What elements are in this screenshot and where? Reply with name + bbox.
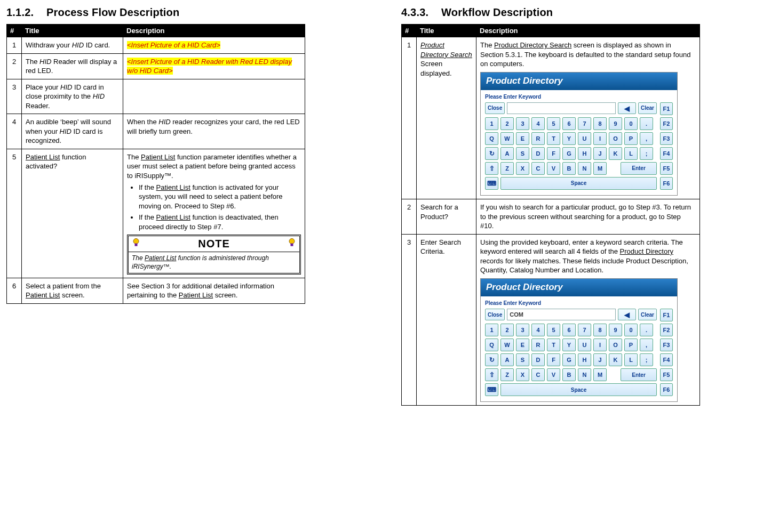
key-e[interactable]: E — [516, 132, 529, 145]
fkey-f6[interactable]: F6 — [660, 383, 673, 396]
enter-button[interactable]: Enter — [621, 368, 657, 381]
key-7[interactable]: 7 — [578, 324, 591, 336]
key-q[interactable]: Q — [485, 338, 498, 351]
key-m[interactable]: M — [593, 162, 607, 175]
refresh-key[interactable]: ↻ — [485, 147, 498, 160]
key-5[interactable]: 5 — [547, 324, 560, 336]
key-d[interactable]: D — [531, 147, 545, 160]
key-3[interactable]: 3 — [516, 324, 529, 336]
key-3[interactable]: 3 — [516, 117, 529, 130]
key-;[interactable]: ; — [640, 147, 653, 160]
fkey-f2[interactable]: F2 — [660, 324, 673, 336]
key-q[interactable]: Q — [485, 132, 498, 145]
backspace-button[interactable]: ◀ — [618, 102, 636, 114]
fkey-f5[interactable]: F5 — [660, 162, 673, 175]
key-r[interactable]: R — [531, 338, 545, 351]
fkey-f3[interactable]: F3 — [660, 338, 673, 351]
key-x[interactable]: X — [516, 162, 529, 175]
fkey-f4[interactable]: F4 — [660, 353, 673, 366]
key-o[interactable]: O — [609, 132, 622, 145]
fkey-f2[interactable]: F2 — [660, 117, 673, 130]
key-i[interactable]: I — [593, 338, 607, 351]
key-c[interactable]: C — [531, 162, 545, 175]
key-b[interactable]: B — [562, 368, 576, 381]
key-r[interactable]: R — [531, 132, 545, 145]
key-o[interactable]: O — [609, 338, 622, 351]
key-v[interactable]: V — [547, 368, 560, 381]
key-;[interactable]: ; — [640, 353, 653, 366]
key-1[interactable]: 1 — [485, 324, 498, 336]
key-a[interactable]: A — [500, 353, 514, 366]
fkey-f3[interactable]: F3 — [660, 132, 673, 145]
key-h[interactable]: H — [578, 147, 591, 160]
key-k[interactable]: K — [609, 353, 622, 366]
key-w[interactable]: W — [500, 132, 514, 145]
key-v[interactable]: V — [547, 162, 560, 175]
key-y[interactable]: Y — [562, 132, 576, 145]
key-0[interactable]: 0 — [624, 117, 638, 130]
key-b[interactable]: B — [562, 162, 576, 175]
key-l[interactable]: L — [624, 353, 638, 366]
keyword-input[interactable] — [507, 102, 616, 114]
keyword-input[interactable] — [507, 309, 616, 320]
clear-button[interactable]: Clear — [638, 309, 657, 320]
key-5[interactable]: 5 — [547, 117, 560, 130]
key-n[interactable]: N — [578, 368, 591, 381]
key-j[interactable]: J — [593, 353, 607, 366]
key-f[interactable]: F — [547, 353, 560, 366]
key-s[interactable]: S — [516, 147, 529, 160]
key-c[interactable]: C — [531, 368, 545, 381]
clear-button[interactable]: Clear — [638, 102, 657, 114]
fkey-f5[interactable]: F5 — [660, 368, 673, 381]
key-t[interactable]: T — [547, 338, 560, 351]
key-2[interactable]: 2 — [500, 324, 514, 336]
key-,[interactable]: , — [640, 338, 653, 351]
enter-button[interactable]: Enter — [621, 162, 657, 175]
fkey-f1[interactable]: F1 — [660, 102, 673, 115]
key-n[interactable]: N — [578, 162, 591, 175]
key-w[interactable]: W — [500, 338, 514, 351]
fkey-f1[interactable]: F1 — [660, 309, 673, 321]
key-g[interactable]: G — [562, 353, 576, 366]
key-0[interactable]: 0 — [624, 324, 638, 336]
key-s[interactable]: S — [516, 353, 529, 366]
key-9[interactable]: 9 — [609, 324, 622, 336]
key-z[interactable]: Z — [500, 162, 514, 175]
key-k[interactable]: K — [609, 147, 622, 160]
close-button[interactable]: Close — [485, 309, 505, 320]
key-4[interactable]: 4 — [531, 117, 545, 130]
key-6[interactable]: 6 — [562, 324, 576, 336]
key-u[interactable]: U — [578, 132, 591, 145]
key-i[interactable]: I — [593, 132, 607, 145]
key-,[interactable]: , — [640, 132, 653, 145]
key-.[interactable]: . — [640, 324, 653, 336]
key-e[interactable]: E — [516, 338, 529, 351]
key-6[interactable]: 6 — [562, 117, 576, 130]
shift-key[interactable]: ⇧ — [485, 368, 498, 381]
space-button[interactable]: Space — [500, 383, 657, 396]
key-x[interactable]: X — [516, 368, 529, 381]
keyboard-icon[interactable]: ⌨ — [485, 383, 498, 396]
key-8[interactable]: 8 — [593, 324, 607, 336]
key-u[interactable]: U — [578, 338, 591, 351]
key-f[interactable]: F — [547, 147, 560, 160]
key-y[interactable]: Y — [562, 338, 576, 351]
refresh-key[interactable]: ↻ — [485, 353, 498, 366]
fkey-f6[interactable]: F6 — [660, 177, 673, 190]
key-7[interactable]: 7 — [578, 117, 591, 130]
key-1[interactable]: 1 — [485, 117, 498, 130]
close-button[interactable]: Close — [485, 102, 505, 114]
fkey-f4[interactable]: F4 — [660, 147, 673, 160]
key-p[interactable]: P — [624, 132, 638, 145]
key-j[interactable]: J — [593, 147, 607, 160]
key-p[interactable]: P — [624, 338, 638, 351]
key-8[interactable]: 8 — [593, 117, 607, 130]
key-9[interactable]: 9 — [609, 117, 622, 130]
backspace-button[interactable]: ◀ — [618, 309, 636, 320]
key-.[interactable]: . — [640, 117, 653, 130]
key-4[interactable]: 4 — [531, 324, 545, 336]
key-m[interactable]: M — [593, 368, 607, 381]
space-button[interactable]: Space — [500, 177, 657, 190]
key-l[interactable]: L — [624, 147, 638, 160]
shift-key[interactable]: ⇧ — [485, 162, 498, 175]
